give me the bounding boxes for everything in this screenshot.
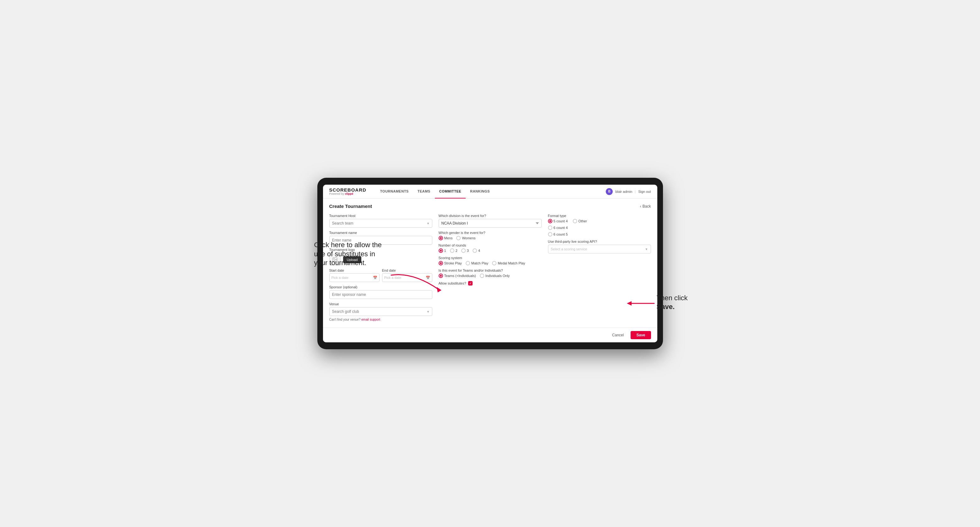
gender-radio-group: Mens Womens (439, 236, 542, 240)
brand-powered-text: Powered by clippd (329, 192, 366, 196)
nav-signout[interactable]: Sign out (638, 190, 651, 194)
brand-logo: SCOREBOARD Powered by clippd (329, 187, 366, 196)
nav-links: TOURNAMENTS TEAMS COMMITTEE RANKINGS (376, 185, 494, 198)
sponsor-input[interactable] (329, 290, 432, 299)
scoring-service-select[interactable]: Select a scoring service ▼ (548, 244, 651, 254)
annotation-left: Click here to allow the use of substitut… (314, 241, 387, 268)
format-other[interactable]: Other (573, 219, 587, 223)
format-6count5[interactable]: 6 count 5 (548, 232, 651, 237)
brand-scoreboard-text: SCOREBOARD (329, 187, 366, 192)
back-link[interactable]: ‹ Back (640, 204, 651, 208)
rounds-3[interactable]: 3 (461, 248, 469, 253)
page-header: Create Tournament ‹ Back (329, 203, 651, 209)
venue-email-link[interactable]: email support (361, 318, 380, 321)
tournament-name-label: Tournament name (329, 231, 432, 235)
format-type-group: Format type 5 count 4 Other (548, 214, 651, 237)
scoring-stroke-radio[interactable] (439, 261, 443, 265)
rounds-group: Number of rounds 1 2 (439, 243, 542, 253)
rounds-2[interactable]: 2 (450, 248, 458, 253)
end-date-label: End date (382, 268, 432, 272)
gender-mens[interactable]: Mens (439, 236, 453, 240)
event-teams-radio[interactable] (439, 273, 443, 278)
scoring-group: Scoring system Stroke Play Match Play (439, 256, 542, 265)
gender-group: Which gender is the event for? Mens Wome… (439, 231, 542, 240)
rounds-radio-group: 1 2 3 (439, 248, 542, 253)
format-other-radio[interactable] (573, 219, 577, 223)
scoring-match[interactable]: Match Play (466, 261, 488, 265)
rounds-4[interactable]: 4 (473, 248, 480, 253)
substitutes-checkbox[interactable] (468, 281, 473, 286)
gender-mens-radio[interactable] (439, 236, 443, 240)
format-6count4-radio[interactable] (548, 225, 552, 230)
tournament-host-input[interactable] (329, 219, 432, 228)
event-individuals-radio[interactable] (480, 273, 484, 278)
event-type-radio-group: Teams (+Individuals) Individuals Only (439, 273, 542, 278)
substitutes-group: Allow substitutes? (439, 281, 542, 286)
nav-username: blair admin (615, 190, 632, 194)
navbar: SCOREBOARD Powered by clippd TOURNAMENTS… (323, 185, 657, 198)
annotation-right: Then click Save. (657, 294, 713, 311)
nav-teams[interactable]: TEAMS (413, 185, 435, 198)
nav-committee[interactable]: COMMITTEE (435, 185, 466, 198)
venue-group: Venue ▼ Can't find your venue? email sup… (329, 302, 432, 321)
substitutes-label: Allow substitutes? (439, 281, 466, 285)
nav-rankings[interactable]: RANKINGS (466, 185, 494, 198)
scoring-match-radio[interactable] (466, 261, 470, 265)
scoring-radio-group: Stroke Play Match Play Medal Match Play (439, 261, 542, 265)
event-type-label: Is this event for Teams and/or Individua… (439, 268, 542, 272)
scoring-label: Scoring system (439, 256, 542, 260)
event-type-teams[interactable]: Teams (+Individuals) (439, 273, 476, 278)
start-date-input[interactable]: Pick a date 📅 (329, 273, 380, 282)
substitutes-row: Allow substitutes? (439, 281, 542, 286)
rounds-3-radio[interactable] (461, 248, 466, 253)
format-6count5-radio[interactable] (548, 232, 552, 237)
division-label: Which division is the event for? (439, 214, 542, 217)
gender-label: Which gender is the event for? (439, 231, 542, 235)
scoring-api-label: Use third-party live scoring API? (548, 240, 651, 243)
scoring-stroke[interactable]: Stroke Play (439, 261, 462, 265)
tournament-host-label: Tournament Host (329, 214, 432, 217)
start-date-group: Start date Pick a date 📅 (329, 268, 380, 282)
venue-label: Venue (329, 302, 432, 306)
format-5count4-radio[interactable] (548, 219, 552, 223)
sponsor-label: Sponsor (optional) (329, 285, 432, 289)
format-options: 5 count 4 Other 6 count 4 (548, 219, 651, 237)
form-grid: Tournament Host ▼ Tournament name Tourna (329, 214, 651, 321)
event-type-group: Is this event for Teams and/or Individua… (439, 268, 542, 278)
tournament-host-group: Tournament Host ▼ (329, 214, 432, 228)
format-6count4[interactable]: 6 count 4 (548, 225, 651, 230)
nav-tournaments[interactable]: TOURNAMENTS (376, 185, 413, 198)
division-select[interactable]: NCAA Division I NCAA Division II NCAA Di… (439, 219, 542, 228)
rounds-2-radio[interactable] (450, 248, 454, 253)
division-group: Which division is the event for? NCAA Di… (439, 214, 542, 228)
page-title: Create Tournament (329, 203, 372, 209)
scoring-medal-match[interactable]: Medal Match Play (492, 261, 525, 265)
event-type-individuals[interactable]: Individuals Only (480, 273, 510, 278)
venue-help-text: Can't find your venue? email support (329, 318, 432, 321)
form-col-right: Format type 5 count 4 Other (548, 214, 651, 321)
format-type-label: Format type (548, 214, 651, 217)
rounds-1-radio[interactable] (439, 248, 443, 253)
rounds-label: Number of rounds (439, 243, 542, 247)
nav-right: B blair admin | Sign out (606, 188, 651, 195)
gender-womens-radio[interactable] (456, 236, 461, 240)
format-5count4[interactable]: 5 count 4 (548, 219, 568, 223)
form-col-middle: Which division is the event for? NCAA Di… (439, 214, 542, 321)
scoring-api-group: Use third-party live scoring API? Select… (548, 240, 651, 254)
save-button[interactable]: Save (631, 331, 651, 339)
action-bar: Cancel Save (323, 328, 657, 342)
venue-input[interactable] (329, 307, 432, 316)
dates-group: Start date Pick a date 📅 End date (329, 268, 432, 282)
scoring-medal-radio[interactable] (492, 261, 496, 265)
rounds-1[interactable]: 1 (439, 248, 446, 253)
start-date-label: Start date (329, 268, 380, 272)
rounds-4-radio[interactable] (473, 248, 477, 253)
end-date-group: End date Pick a date 📅 (382, 268, 432, 282)
sponsor-group: Sponsor (optional) (329, 285, 432, 299)
cancel-button[interactable]: Cancel (608, 331, 627, 339)
form-col-left: Tournament Host ▼ Tournament name Tourna (329, 214, 432, 321)
avatar: B (606, 188, 613, 195)
gender-womens[interactable]: Womens (456, 236, 476, 240)
end-date-input[interactable]: Pick a date 📅 (382, 273, 432, 282)
